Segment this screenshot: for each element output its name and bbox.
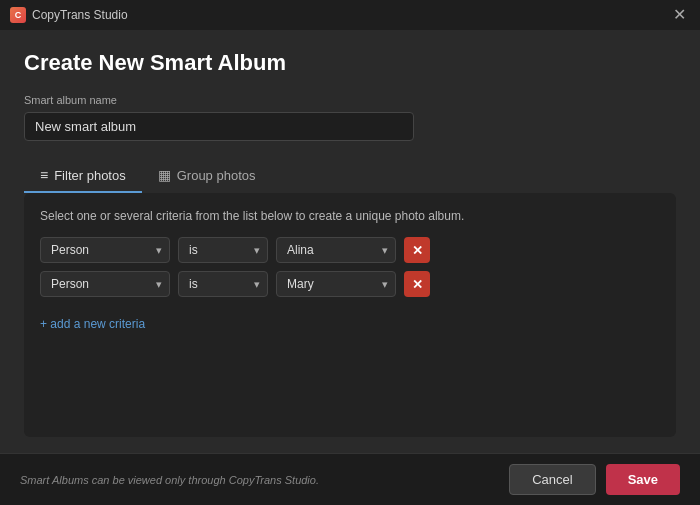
tabs-container: ≡ Filter photos ▦ Group photos	[24, 159, 676, 193]
album-name-label: Smart album name	[24, 94, 676, 106]
filter-panel: Select one or several criteria from the …	[24, 193, 676, 437]
tab-filter-photos[interactable]: ≡ Filter photos	[24, 159, 142, 193]
value-select-wrapper-2: Alina Mary John Sarah	[276, 271, 396, 297]
group-icon: ▦	[158, 167, 171, 183]
album-name-input[interactable]	[24, 112, 414, 141]
remove-criteria-button-1[interactable]: ✕	[404, 237, 430, 263]
close-button[interactable]: ✕	[669, 5, 690, 25]
footer: Smart Albums can be viewed only through …	[0, 453, 700, 505]
filter-icon: ≡	[40, 167, 48, 183]
field-select-1[interactable]: Person Date Location Album	[40, 237, 170, 263]
tab-group-photos[interactable]: ▦ Group photos	[142, 159, 272, 193]
footer-buttons: Cancel Save	[509, 464, 680, 495]
remove-criteria-button-2[interactable]: ✕	[404, 271, 430, 297]
app-icon: C	[10, 7, 26, 23]
criteria-row-2: Person Date Location Album is is not con…	[40, 271, 660, 297]
value-select-wrapper-1: Alina Mary John Sarah	[276, 237, 396, 263]
add-criteria-button[interactable]: + add a new criteria	[40, 309, 660, 339]
field-select-2[interactable]: Person Date Location Album	[40, 271, 170, 297]
titlebar-title: CopyTrans Studio	[32, 8, 128, 22]
operator-select-wrapper-1: is is not contains	[178, 237, 268, 263]
main-content: Create New Smart Album Smart album name …	[0, 30, 700, 453]
titlebar: C CopyTrans Studio ✕	[0, 0, 700, 30]
operator-select-1[interactable]: is is not contains	[178, 237, 268, 263]
album-name-field: Smart album name	[24, 94, 676, 159]
titlebar-left: C CopyTrans Studio	[10, 7, 128, 23]
operator-select-2[interactable]: is is not contains	[178, 271, 268, 297]
field-select-wrapper-1: Person Date Location Album	[40, 237, 170, 263]
page-title: Create New Smart Album	[24, 50, 676, 76]
panel-description: Select one or several criteria from the …	[40, 209, 660, 223]
value-select-2[interactable]: Alina Mary John Sarah	[276, 271, 396, 297]
criteria-row: Person Date Location Album is is not con…	[40, 237, 660, 263]
value-select-1[interactable]: Alina Mary John Sarah	[276, 237, 396, 263]
tab-filter-label: Filter photos	[54, 168, 126, 183]
footer-note: Smart Albums can be viewed only through …	[20, 474, 319, 486]
tab-group-label: Group photos	[177, 168, 256, 183]
cancel-button[interactable]: Cancel	[509, 464, 595, 495]
operator-select-wrapper-2: is is not contains	[178, 271, 268, 297]
save-button[interactable]: Save	[606, 464, 680, 495]
field-select-wrapper-2: Person Date Location Album	[40, 271, 170, 297]
